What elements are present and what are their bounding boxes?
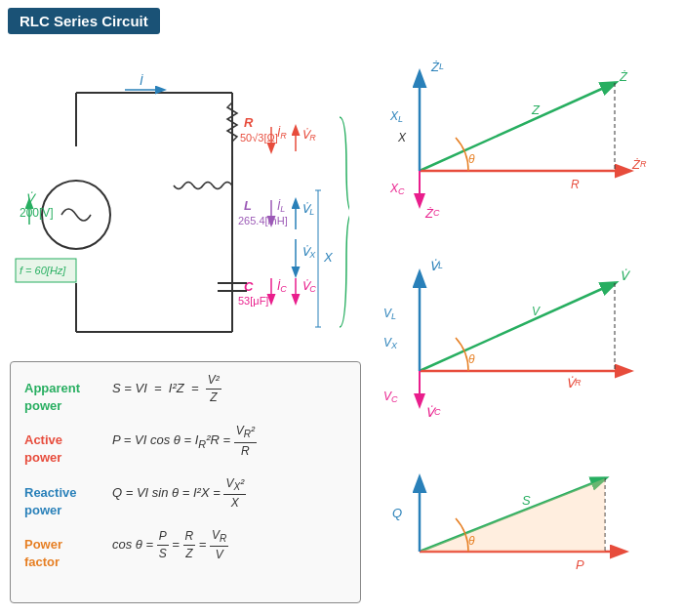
svg-text:ŻC: ŻC (424, 206, 440, 221)
svg-text:V̇C: V̇C (301, 279, 316, 294)
svg-text:İR: İR (277, 126, 287, 141)
power-factor-row: Powerfactor cos θ = PS = RZ = VRV (24, 527, 346, 571)
svg-text:X: X (323, 250, 334, 265)
svg-text:V̇R: V̇R (566, 376, 582, 390)
svg-text:265.4[mH]: 265.4[mH] (238, 215, 288, 226)
active-formula: P = VI cos θ = IR²R = VR²R (112, 423, 257, 459)
title-bar: RLC Series Circuit (8, 8, 160, 34)
apparent-power-row: Apparentpower S = VI = I²Z = V²Z (24, 372, 346, 415)
formula-box: Apparentpower S = VI = I²Z = V²Z Activep… (10, 361, 361, 603)
svg-text:Q: Q (392, 506, 402, 520)
svg-text:R: R (571, 178, 580, 191)
svg-text:ŻR: ŻR (631, 157, 647, 172)
svg-text:Z: Z (531, 103, 541, 117)
svg-line-61 (420, 283, 615, 371)
svg-text:V̇L: V̇L (301, 202, 314, 217)
svg-text:X: X (397, 131, 407, 144)
svg-text:VC: VC (383, 390, 398, 404)
svg-text:VL: VL (383, 307, 396, 321)
svg-text:f = 60[Hz]: f = 60[Hz] (20, 265, 66, 276)
svg-text:θ: θ (468, 352, 475, 366)
pf-label: Powerfactor (24, 536, 112, 571)
svg-text:İ: İ (140, 73, 143, 88)
svg-text:200[V]: 200[V] (20, 206, 54, 220)
svg-marker-79 (420, 478, 605, 552)
apparent-formula: S = VI = I²Z = V²Z (112, 372, 221, 406)
svg-text:V: V (532, 305, 541, 318)
svg-text:V̇L: V̇L (429, 259, 443, 273)
svg-text:ŻL: ŻL (430, 60, 444, 74)
voltage-phasor: V̇L V̇ VX VL VC V̇C V̇R V θ (381, 239, 668, 434)
svg-line-46 (420, 83, 615, 171)
svg-text:L: L (244, 198, 252, 213)
reactive-power-row: Reactivepower Q = VI sin θ = I²X = VX²X (24, 475, 346, 519)
reactive-label: Reactivepower (24, 484, 112, 519)
svg-text:P: P (576, 557, 584, 572)
svg-text:V̇X: V̇X (301, 245, 316, 260)
svg-text:V̇: V̇ (25, 191, 37, 206)
power-phasor: Q S P θ (381, 444, 668, 600)
svg-text:50√3[Ω]: 50√3[Ω] (240, 132, 278, 144)
svg-text:53[μF]: 53[μF] (238, 295, 268, 307)
main-container: RLC Series Circuit İ V̇ 200[V] f = 60[Hz… (0, 0, 683, 616)
svg-text:θ: θ (468, 152, 475, 166)
svg-text:θ: θ (468, 534, 475, 548)
apparent-label: Apparentpower (24, 380, 112, 415)
svg-text:S: S (522, 493, 531, 508)
pf-formula: cos θ = PS = RZ = VRV (112, 527, 228, 563)
impedance-phasor: XL X XC R θ Z ŻL Ż ŻR ŻC (381, 44, 668, 234)
svg-text:V̇: V̇ (620, 268, 631, 283)
svg-text:XL: XL (389, 109, 403, 124)
svg-text:V̇R: V̇R (301, 128, 316, 143)
svg-text:V̇C: V̇C (425, 405, 441, 420)
svg-text:İC: İC (277, 279, 287, 294)
page-title: RLC Series Circuit (20, 13, 148, 29)
svg-text:VX: VX (383, 336, 398, 350)
active-label: Activepower (24, 431, 112, 467)
svg-text:Ż: Ż (619, 69, 628, 84)
active-power-row: Activepower P = VI cos θ = IR²R = VR²R (24, 423, 346, 467)
reactive-formula: Q = VI sin θ = I²X = VX²X (112, 475, 246, 512)
circuit-diagram: İ V̇ 200[V] f = 60[Hz] R 50√3[Ω] L 265.4… (8, 39, 349, 371)
svg-text:R: R (244, 115, 254, 130)
svg-text:XC: XC (389, 182, 405, 196)
svg-text:İL: İL (277, 199, 285, 214)
